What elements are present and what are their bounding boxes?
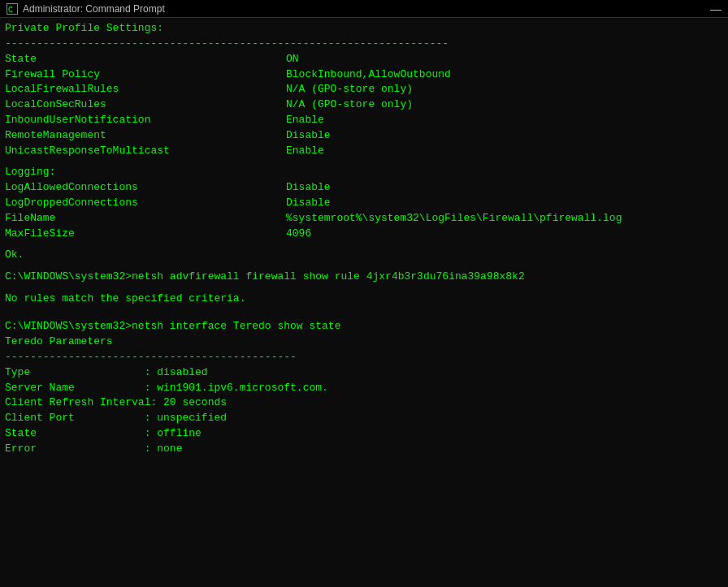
kv-value: Disable: [286, 181, 331, 193]
title-bar: C Administrator: Command Prompt —: [0, 0, 728, 18]
kv-value: Disable: [286, 196, 331, 209]
kv-value: Disable: [286, 129, 331, 141]
kv-value: N/A (GPO-store only): [286, 83, 413, 95]
terminal-line: LocalFirewallRulesN/A (GPO-store only): [5, 82, 723, 97]
terminal-line: Error : none: [5, 442, 723, 457]
kv-label: LogDroppedConnections: [5, 196, 286, 211]
kv-label: Firewall Policy: [5, 67, 286, 83]
title-bar-left: C Administrator: Command Prompt: [6, 3, 165, 15]
terminal-line: [5, 242, 723, 248]
terminal-line: Ok.: [5, 248, 723, 263]
kv-value: ON: [286, 53, 299, 65]
terminal-line: LogDroppedConnectionsDisable: [5, 196, 723, 211]
kv-label: FileName: [5, 211, 286, 227]
terminal-line: [5, 307, 723, 313]
kv-label: LogAllowedConnections: [5, 180, 286, 196]
terminal-line: Teredo Parameters: [5, 335, 723, 350]
terminal-line: C:\WINDOWS\system32>netsh interface Tere…: [5, 319, 723, 335]
kv-label: Server Name: [5, 382, 145, 394]
cmd-icon: C: [6, 3, 18, 15]
kv-label: UnicastResponseToMulticast: [5, 144, 286, 159]
terminal-line: FileName%systemroot%\system32\LogFiles\F…: [5, 211, 723, 227]
kv-value: : win1901.ipv6.microsoft.com.: [145, 382, 328, 394]
kv-value: 4096: [286, 227, 311, 240]
terminal-line: [5, 263, 723, 270]
kv-label: MaxFileSize: [5, 227, 286, 242]
kv-label: InboundUserNotification: [5, 113, 286, 128]
terminal-line: No rules match the specified criteria.: [5, 291, 723, 307]
kv-label: LocalFirewallRules: [5, 82, 286, 97]
terminal-line: LocalConSecRulesN/A (GPO-store only): [5, 97, 723, 113]
minimize-button[interactable]: —: [710, 2, 722, 15]
terminal-line: LogAllowedConnectionsDisable: [5, 180, 723, 196]
kv-label: Type: [5, 366, 145, 378]
terminal-line: Type : disabled: [5, 365, 723, 381]
kv-label: LocalConSecRules: [5, 97, 286, 113]
kv-label: State: [5, 427, 145, 439]
terminal-line: Server Name : win1901.ipv6.microsoft.com…: [5, 381, 723, 396]
terminal-line: Client Port : unspecified: [5, 411, 723, 426]
terminal-line: [5, 313, 723, 319]
kv-value: : disabled: [145, 366, 208, 378]
terminal-line: UnicastResponseToMulticastEnable: [5, 144, 723, 159]
terminal-line: Client Refresh Interval: 20 seconds: [5, 395, 723, 411]
terminal-line: StateON: [5, 52, 723, 67]
kv-label: Client Port: [5, 412, 145, 424]
terminal-line: C:\WINDOWS\system32>netsh advfirewall fi…: [5, 270, 723, 285]
kv-label: RemoteManagement: [5, 128, 286, 144]
svg-text:C: C: [8, 6, 13, 14]
terminal-line: Firewall PolicyBlockInbound,AllowOutboun…: [5, 67, 723, 83]
kv-value: Enable: [286, 114, 324, 126]
terminal-line: ----------------------------------------…: [5, 37, 723, 52]
kv-value: : none: [145, 442, 183, 455]
kv-value: BlockInbound,AllowOutbound: [286, 68, 451, 80]
terminal-line: RemoteManagementDisable: [5, 128, 723, 144]
terminal-output: Private Profile Settings:---------------…: [0, 18, 728, 587]
kv-value: %systemroot%\system32\LogFiles\Firewall\…: [286, 212, 622, 224]
terminal-line: Logging:: [5, 165, 723, 180]
terminal-line: MaxFileSize4096: [5, 227, 723, 242]
kv-label: Client Refresh Interval: [5, 396, 150, 408]
kv-value: : 20 seconds: [150, 396, 227, 408]
title-bar-title: Administrator: Command Prompt: [23, 3, 165, 15]
terminal-line: InboundUserNotificationEnable: [5, 113, 723, 128]
terminal-line: ----------------------------------------…: [5, 350, 723, 365]
kv-label: Error: [5, 442, 145, 455]
kv-value: : unspecified: [145, 412, 227, 424]
kv-value: N/A (GPO-store only): [286, 98, 413, 110]
terminal-line: Private Profile Settings:: [5, 21, 723, 37]
kv-value: Enable: [286, 145, 324, 157]
kv-label: State: [5, 52, 286, 67]
kv-value: : offline: [145, 427, 202, 439]
terminal-line: [5, 159, 723, 166]
terminal-line: State : offline: [5, 426, 723, 442]
terminal-line: [5, 285, 723, 291]
